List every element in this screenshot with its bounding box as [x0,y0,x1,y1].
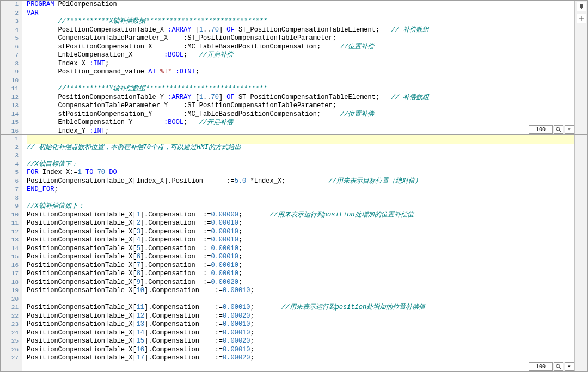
code-line[interactable]: CompensationTableParameter_X :ST_Positio… [27,34,574,43]
line-number: 16 [1,262,19,270]
code-line[interactable]: PositionCompensationTable_Y :ARRAY [1..7… [27,94,574,102]
line-number: 11 [1,85,19,94]
line-number: 14 [1,245,19,253]
code-line[interactable] [27,295,574,304]
code-line[interactable] [27,77,574,85]
line-number: 4 [1,160,19,169]
line-number: 20 [1,295,19,304]
code-line[interactable]: PositionCompensationTable_X[13].Compensa… [27,320,574,329]
zoom-bar-bottom: 100 ▾ [529,362,574,371]
code-line[interactable]: PositionCompensationTable_X[5].Compensat… [27,245,574,253]
line-number: 6 [1,177,19,186]
line-number: 7 [1,185,19,194]
magnifier-icon [556,127,561,132]
line-number: 2 [1,9,19,18]
code-line[interactable]: stPositionCompensation_X :MC_TableBasedP… [27,43,574,52]
view-button[interactable] [577,14,586,23]
code-line[interactable]: PositionCompensationTable_X[7].Compensat… [27,262,574,270]
code-line[interactable]: Index_X :INT; [27,60,574,69]
line-number: 22 [1,312,19,321]
code-line[interactable]: PositionCompensationTable_X[15].Compensa… [27,337,574,346]
line-number: 19 [1,287,19,295]
zoom-dropdown-top[interactable]: ▾ [565,125,574,134]
code-line[interactable]: PositionCompensationTable_X[10].Compensa… [27,287,574,295]
line-number: 13 [1,102,19,110]
code-line[interactable]: PositionCompensationTable_X[14].Compensa… [27,329,574,338]
line-number: 14 [1,110,19,119]
code-line[interactable]: PositionCompensationTable_X[6].Compensat… [27,253,574,262]
code-line[interactable]: PositionCompensationTable_X[4].Compensat… [27,236,574,245]
code-line[interactable]: stPositionCompensation_Y :MC_TableBasedP… [27,110,574,119]
zoom-level-top[interactable]: 100 [529,125,553,134]
code-line[interactable]: EnbleCompensation_Y :BOOL; //开启补偿 [27,119,574,127]
code-line[interactable]: PositionCompensationTable_X[9].Compensat… [27,278,574,287]
pin-icon [579,4,584,9]
code-line[interactable] [27,152,574,160]
code-line[interactable]: //***********X轴补偿数据*********************… [27,17,574,26]
line-number: 1 [1,135,19,144]
line-number: 2 [1,144,19,152]
code-line[interactable]: PositionCompensationTable_X :ARRAY [1..7… [27,26,574,35]
code-line[interactable]: PositionCompensationTable_X[2].Compensat… [27,219,574,228]
code-line[interactable]: //X轴补偿值如下： [27,202,574,211]
code-line[interactable]: // 初始化补偿点数和位置，本例程补偿70个点，可以通过HMI的方式给出 [27,144,574,152]
rightbar-bottom [574,135,587,371]
line-number: 25 [1,337,19,346]
code-line[interactable] [27,194,574,203]
line-number: 12 [1,94,19,102]
zoom-search-top[interactable] [554,125,564,134]
line-number: 17 [1,270,19,278]
code-line[interactable]: PositionCompensationTable_X[3].Compensat… [27,228,574,237]
code-line[interactable]: EnbleCompensation_X :BOOL; //开启补偿 [27,51,574,60]
line-number: 21 [1,303,19,312]
zoom-dropdown-bottom[interactable]: ▾ [565,362,574,371]
zoom-level-bottom[interactable]: 100 [529,362,553,371]
line-number: 12 [1,228,19,237]
code-line[interactable]: //***********Y轴补偿数据*********************… [27,85,574,94]
code-line[interactable]: CompensationTableParameter_Y :ST_Positio… [27,102,574,110]
code-line[interactable]: PROGRAM P01Compensation [27,1,574,9]
implementation-pane: 1234567891011121314151617181920212223242… [0,135,588,372]
code-line[interactable]: PositionCompensationTable_X[12].Compensa… [27,312,574,321]
code-line[interactable]: PositionCompensationTable_X[11].Compensa… [27,303,574,312]
code-line[interactable]: PositionCompensationTable_X[17].Compensa… [27,354,574,363]
line-number: 13 [1,236,19,245]
line-number: 15 [1,253,19,262]
line-number: 26 [1,346,19,355]
svg-line-4 [559,130,561,132]
code-line[interactable] [27,135,574,144]
line-gutter-bottom: 1234567891011121314151617181920212223242… [1,135,22,371]
code-line[interactable]: PositionCompensationTable_X[1].Compensat… [27,211,574,220]
code-area-bottom[interactable]: // 初始化补偿点数和位置，本例程补偿70个点，可以通过HMI的方式给出//X轴… [22,135,574,371]
line-number: 15 [1,119,19,127]
code-area-top[interactable]: PROGRAM P01CompensationVAR //***********… [22,1,574,134]
line-number: 6 [1,43,19,52]
declaration-pane: 12345678910111213141516 PROGRAM P01Compe… [0,0,588,135]
zoom-search-bottom[interactable] [554,362,564,371]
rightbar-top [574,1,587,134]
line-number: 9 [1,68,19,77]
code-line[interactable]: PositionCompensationTable_X[8].Compensat… [27,270,574,278]
code-line[interactable]: VAR [27,9,574,18]
line-number: 5 [1,169,19,177]
line-number: 16 [1,127,19,136]
magnifier-icon [556,364,561,369]
line-number: 8 [1,60,19,69]
line-number: 4 [1,26,19,35]
line-gutter-top: 12345678910111213141516 [1,1,22,134]
code-line[interactable]: Position_command_value AT %I* :DINT; [27,68,574,77]
line-number: 23 [1,320,19,329]
line-number: 24 [1,329,19,338]
svg-line-6 [559,367,561,369]
zoom-bar-top: 100 ▾ [529,125,574,134]
pin-button[interactable] [577,2,586,11]
code-line[interactable]: FOR Index_X:=1 TO 70 DO [27,169,574,177]
table-icon [579,16,584,21]
code-line[interactable]: Index_Y :INT; [27,127,574,135]
line-number: 5 [1,34,19,43]
code-line[interactable]: END_FOR; [27,185,574,194]
code-line[interactable]: PositionCompensationTable_X[16].Compensa… [27,346,574,355]
code-line[interactable]: PositionCompensationTable_X[Index_X].Pos… [27,177,574,186]
code-line[interactable]: //X轴目标值下： [27,160,574,169]
line-number: 3 [1,17,19,26]
